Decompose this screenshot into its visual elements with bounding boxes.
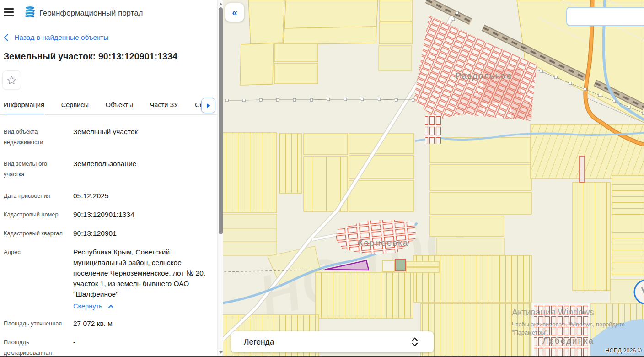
tabs-scroll-right-button[interactable] [201, 98, 215, 113]
field-label: Вид земельного участка [4, 158, 73, 179]
back-to-results-link[interactable]: Назад в найденные объекты [4, 33, 108, 42]
field-value: 05.12.2025 [73, 190, 213, 201]
field-row-address: Адрес Республика Крым, Советский муницип… [4, 247, 213, 312]
panel-header: Геоинформационный портал [0, 0, 217, 26]
field-label: Площадь декларированная [4, 337, 73, 356]
field-label: Кадастровый номер [4, 209, 73, 220]
portal-logo-icon [24, 6, 36, 18]
red-parcel[interactable] [580, 156, 585, 182]
star-icon [7, 76, 16, 85]
tab-objects[interactable]: Объекты [106, 97, 133, 115]
field-label: Площадь уточненная [4, 318, 73, 329]
tab-bar: Информация Сервисы Объекты Части ЗУ Сост… [0, 97, 217, 115]
field-label: Вид объекта недвижимости [4, 126, 73, 147]
field-row: Кадастровый номер 90:13:120901:1334 [4, 209, 213, 220]
tab-information[interactable]: Информация [4, 97, 44, 115]
legend-label: Легенда [244, 337, 274, 347]
panel-bottom-divider [0, 352, 223, 352]
tab-services[interactable]: Сервисы [61, 97, 89, 115]
object-info-panel: Геоинформационный портал Назад в найденн… [0, 0, 217, 356]
green-parcel[interactable] [395, 259, 405, 271]
scroll-up-arrow-icon[interactable] [219, 3, 223, 5]
scroll-down-arrow-icon[interactable] [219, 351, 223, 354]
page-title: Земельный участок: 90:13:120901:1334 [4, 51, 177, 62]
label-razdolnoye: Раздольное [456, 71, 513, 81]
field-row: Площадь декларированная - [4, 337, 213, 356]
search-input[interactable] [566, 7, 644, 26]
field-value: 27 072 кв. м [73, 318, 213, 329]
basemap: но то [223, 0, 644, 357]
label-lebedinka: Лебединка [542, 336, 594, 346]
field-label: Кадастровый квартал [4, 228, 73, 238]
collapse-sidebar-button[interactable]: « [225, 3, 244, 22]
scrollbar-thumb[interactable] [219, 7, 223, 234]
tab-parcel-parts[interactable]: Части ЗУ [150, 97, 178, 115]
collapse-link-label: Свернуть [73, 301, 102, 312]
field-value: Республика Крым, Советский муниципальный… [73, 248, 205, 298]
field-value: Землепользование [73, 158, 213, 179]
field-value: 90:13:120901:1334 [73, 209, 213, 220]
map-canvas[interactable]: но то [223, 0, 644, 357]
field-row: Площадь уточненная 27 072 кв. м [4, 318, 213, 329]
favorite-button[interactable] [2, 70, 21, 90]
label-korneyevka: Корнеевка [358, 238, 408, 248]
field-value: - [73, 337, 213, 356]
field-row: Дата присвоения 05.12.2025 [4, 190, 213, 201]
collapse-address-link[interactable]: Свернуть [73, 301, 213, 312]
chevron-left-icon [4, 34, 8, 41]
chevron-up-icon [108, 304, 114, 308]
legend-bar[interactable]: Легенда [231, 331, 434, 352]
outlined-parcel[interactable] [382, 260, 394, 271]
panel-scrollbar[interactable] [217, 0, 223, 356]
field-row: Вид объекта недвижимости Земельный участ… [4, 126, 213, 147]
field-row: Вид земельного участка Землепользование [4, 158, 213, 179]
back-link-label: Назад в найденные объекты [14, 33, 108, 42]
app-title: Геоинформационный портал [39, 9, 143, 17]
field-label: Адрес [4, 247, 73, 312]
map-attribution: НСПД 2026 © [606, 347, 642, 354]
object-attributes: Вид объекта недвижимости Земельный участ… [0, 115, 217, 356]
geoportal-window: Геоинформационный портал Назад в найденн… [0, 0, 644, 357]
field-value: 90:13:120901 [73, 228, 213, 238]
field-row: Кадастровый квартал 90:13:120901 [4, 228, 213, 238]
arrow-right-icon [207, 103, 210, 108]
settlement-lebedinka [532, 303, 590, 357]
field-label: Дата присвоения [4, 190, 73, 201]
menu-icon[interactable] [4, 8, 15, 16]
unfold-icon[interactable] [411, 336, 419, 347]
field-value: Земельный участок [73, 126, 213, 147]
